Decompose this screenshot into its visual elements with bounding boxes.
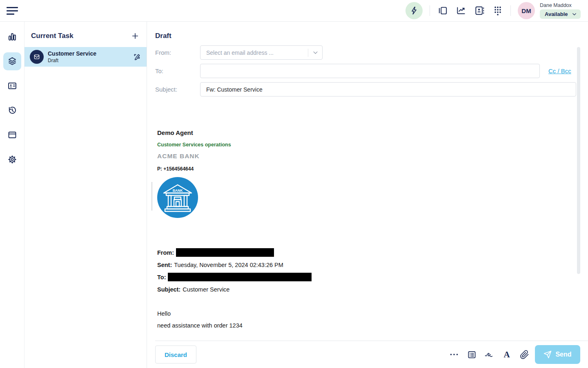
- gear-icon: [7, 155, 17, 164]
- dialpad-icon[interactable]: [492, 5, 503, 16]
- task-panel-title: Current Task: [31, 32, 74, 40]
- chevron-down-icon: [312, 49, 318, 56]
- font-format-icon[interactable]: A: [501, 349, 512, 360]
- from-label: From:: [155, 49, 200, 56]
- send-button[interactable]: Send: [535, 345, 580, 364]
- vertical-scrollbar[interactable]: [577, 47, 580, 274]
- quoted-subject-label: Subject:: [157, 286, 180, 293]
- plus-icon: [131, 32, 139, 40]
- sidebar-item-tasks[interactable]: [3, 52, 21, 70]
- redacted-to-address: [168, 273, 312, 281]
- composer-footer: Discard: [155, 341, 588, 368]
- email-channel-icon: [30, 50, 44, 64]
- history-icon: [7, 105, 17, 115]
- reporting-icon[interactable]: [455, 5, 467, 16]
- discard-button[interactable]: Discard: [155, 346, 196, 364]
- subject-input[interactable]: [200, 82, 576, 96]
- sidebar-item-settings[interactable]: [3, 150, 21, 168]
- bar-chart-icon: [7, 32, 17, 42]
- more-options-icon[interactable]: [449, 349, 459, 360]
- from-email-select[interactable]: Select an email address ...: [200, 45, 323, 60]
- send-label: Send: [555, 351, 571, 358]
- status-label: Available: [545, 11, 568, 17]
- composer-title: Draft: [155, 32, 588, 40]
- status-dropdown[interactable]: Available: [540, 9, 581, 19]
- layers-icon: [7, 56, 17, 66]
- subject-row: Subject:: [155, 82, 588, 96]
- sidebar-item-history[interactable]: [3, 101, 21, 119]
- message-line: need assistance with order 1234: [157, 322, 588, 329]
- signature-name: Demo Agent: [157, 129, 588, 136]
- email-composer: Draft From: Select an email address ... …: [147, 22, 588, 368]
- compose-pen-icon[interactable]: [132, 52, 141, 61]
- add-task-button[interactable]: [131, 32, 139, 40]
- browser-window-icon: [7, 130, 17, 140]
- signature-icon[interactable]: [484, 349, 494, 360]
- sidebar-item-browser[interactable]: [3, 126, 21, 144]
- hamburger-menu-icon[interactable]: [7, 7, 18, 15]
- user-avatar[interactable]: DM: [518, 2, 535, 19]
- paper-plane-icon: [543, 350, 552, 359]
- to-input[interactable]: [200, 64, 540, 78]
- subject-label: Subject:: [155, 86, 200, 93]
- editor-caret-line: [151, 182, 152, 211]
- from-select-placeholder: Select an email address ...: [206, 49, 274, 56]
- quoted-email-header: From: Sent: Tuesday, November 5, 2024 02…: [157, 248, 588, 294]
- from-row: From: Select an email address ...: [155, 45, 588, 60]
- task-subtitle: Draft: [48, 58, 128, 63]
- cc-bcc-link[interactable]: Cc / Bcc: [548, 67, 571, 74]
- quoted-subject-value: Customer Service: [183, 286, 229, 293]
- quoted-to-label: To:: [157, 274, 166, 280]
- to-row: To: Cc / Bcc: [155, 64, 588, 78]
- task-title: Customer Service: [48, 50, 128, 57]
- topbar-divider: [430, 5, 430, 16]
- left-icon-rail: [0, 22, 24, 368]
- quoted-sent-value: Tuesday, November 5, 2024 02:43:26 PM: [174, 262, 283, 268]
- to-label: To:: [155, 67, 200, 74]
- bank-logo: BANK: [157, 177, 198, 218]
- top-bar: DM Dane Maddox Available: [0, 0, 588, 22]
- quoted-sent-label: Sent:: [157, 262, 172, 268]
- topbar-divider: [510, 5, 511, 16]
- redacted-from-address: [176, 248, 274, 257]
- conversations-icon[interactable]: [437, 5, 448, 16]
- contacts-icon[interactable]: [474, 5, 485, 16]
- quoted-message-body: Hello need assistance with order 1234: [157, 310, 588, 329]
- template-icon[interactable]: [466, 349, 477, 360]
- quoted-from-label: From:: [157, 249, 174, 256]
- svg-text:A: A: [503, 350, 510, 359]
- signature-department: Customer Services operations: [157, 142, 588, 148]
- signature-phone: P: +1564564644: [157, 166, 588, 172]
- sidebar-item-dashboard[interactable]: [3, 28, 21, 46]
- message-line: Hello: [157, 310, 588, 317]
- current-task-panel: Current Task Customer Service Draft: [24, 22, 147, 368]
- sidebar-item-contacts[interactable]: [3, 77, 21, 95]
- lightning-icon: [410, 6, 419, 15]
- task-list-item[interactable]: Customer Service Draft: [24, 47, 147, 67]
- signature-company: ACME BANK: [157, 153, 588, 160]
- attachment-icon[interactable]: [519, 349, 530, 360]
- email-body-editor[interactable]: Demo Agent Customer Services operations …: [155, 129, 588, 329]
- automations-button[interactable]: [405, 2, 423, 19]
- contact-card-icon: [7, 81, 17, 91]
- user-name: Dane Maddox: [540, 2, 581, 8]
- chevron-down-icon: [572, 11, 577, 17]
- bank-logo-text: BANK: [173, 188, 183, 193]
